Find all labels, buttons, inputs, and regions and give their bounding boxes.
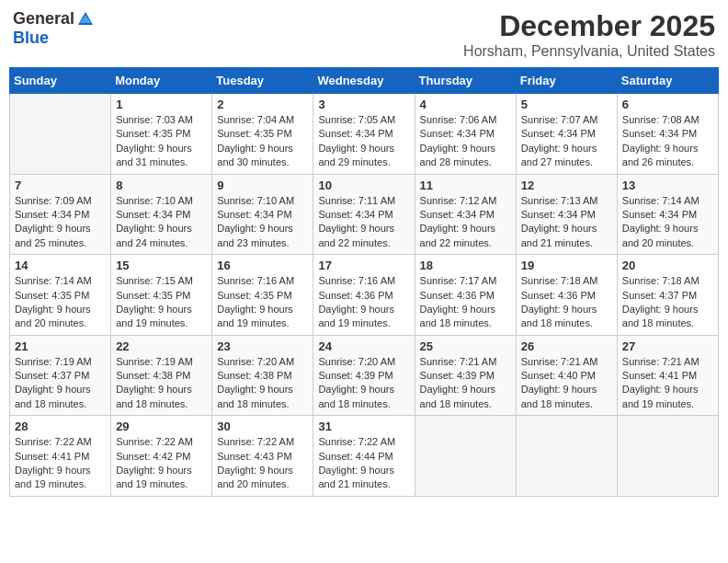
sunrise-text: Sunrise: 7:18 AM	[622, 275, 700, 286]
cell-content: Sunrise: 7:20 AMSunset: 4:39 PMDaylight:…	[318, 355, 409, 412]
day-number: 14	[15, 259, 106, 272]
day-header-thursday: Thursday	[415, 68, 516, 94]
calendar-week-row: 28Sunrise: 7:22 AMSunset: 4:41 PMDayligh…	[10, 416, 719, 497]
sunset-text: Sunset: 4:34 PM	[521, 128, 596, 139]
sunset-text: Sunset: 4:34 PM	[622, 128, 697, 139]
daylight-text: Daylight: 9 hours and 23 minutes.	[217, 223, 293, 247]
day-number: 19	[521, 259, 612, 272]
calendar-cell: 20Sunrise: 7:18 AMSunset: 4:37 PMDayligh…	[617, 255, 718, 336]
day-number: 24	[318, 339, 409, 353]
sunset-text: Sunset: 4:39 PM	[420, 370, 495, 381]
sunrise-text: Sunrise: 7:12 AM	[420, 195, 497, 206]
sunrise-text: Sunrise: 7:04 AM	[217, 114, 294, 125]
sunrise-text: Sunrise: 7:05 AM	[318, 114, 395, 125]
calendar-cell: 18Sunrise: 7:17 AMSunset: 4:36 PMDayligh…	[415, 255, 516, 336]
day-number: 21	[15, 339, 106, 353]
cell-content: Sunrise: 7:22 AMSunset: 4:42 PMDaylight:…	[116, 435, 207, 492]
calendar-cell	[516, 416, 617, 497]
cell-content: Sunrise: 7:13 AMSunset: 4:34 PMDaylight:…	[521, 194, 612, 251]
sunset-text: Sunset: 4:37 PM	[15, 370, 89, 381]
daylight-text: Daylight: 9 hours and 29 minutes.	[318, 143, 394, 167]
day-number: 22	[116, 339, 207, 353]
calendar-week-row: 21Sunrise: 7:19 AMSunset: 4:37 PMDayligh…	[10, 335, 719, 416]
daylight-text: Daylight: 9 hours and 20 minutes.	[15, 304, 91, 328]
sunrise-text: Sunrise: 7:09 AM	[15, 195, 92, 206]
sunrise-text: Sunrise: 7:13 AM	[521, 195, 598, 206]
day-number: 20	[622, 259, 713, 272]
daylight-text: Daylight: 9 hours and 19 minutes.	[622, 384, 699, 408]
daylight-text: Daylight: 9 hours and 18 minutes.	[15, 384, 91, 408]
calendar-cell: 19Sunrise: 7:18 AMSunset: 4:36 PMDayligh…	[516, 255, 617, 336]
sunrise-text: Sunrise: 7:14 AM	[622, 195, 700, 206]
sunset-text: Sunset: 4:35 PM	[15, 290, 89, 301]
daylight-text: Daylight: 9 hours and 18 minutes.	[521, 384, 597, 408]
day-number: 3	[318, 98, 409, 111]
day-number: 7	[15, 178, 106, 192]
sunrise-text: Sunrise: 7:10 AM	[217, 195, 294, 206]
day-number: 5	[521, 98, 612, 111]
sunset-text: Sunset: 4:36 PM	[521, 290, 596, 301]
cell-content: Sunrise: 7:16 AMSunset: 4:35 PMDaylight:…	[217, 274, 308, 331]
cell-content: Sunrise: 7:16 AMSunset: 4:36 PMDaylight:…	[318, 274, 409, 331]
daylight-text: Daylight: 9 hours and 27 minutes.	[521, 143, 597, 167]
day-number: 25	[420, 339, 511, 353]
day-header-tuesday: Tuesday	[212, 68, 313, 94]
sunset-text: Sunset: 4:38 PM	[217, 370, 291, 381]
calendar-cell: 29Sunrise: 7:22 AMSunset: 4:42 PMDayligh…	[111, 416, 212, 497]
sunset-text: Sunset: 4:34 PM	[15, 209, 89, 220]
day-header-friday: Friday	[516, 68, 617, 94]
cell-content: Sunrise: 7:21 AMSunset: 4:39 PMDaylight:…	[420, 355, 511, 412]
cell-content: Sunrise: 7:14 AMSunset: 4:34 PMDaylight:…	[622, 194, 713, 251]
calendar-cell: 17Sunrise: 7:16 AMSunset: 4:36 PMDayligh…	[313, 255, 415, 336]
daylight-text: Daylight: 9 hours and 18 minutes.	[318, 384, 394, 408]
cell-content: Sunrise: 7:12 AMSunset: 4:34 PMDaylight:…	[420, 194, 511, 251]
calendar-header-row: SundayMondayTuesdayWednesdayThursdayFrid…	[10, 68, 719, 94]
sunset-text: Sunset: 4:37 PM	[622, 290, 697, 301]
sunset-text: Sunset: 4:34 PM	[116, 209, 190, 220]
daylight-text: Daylight: 9 hours and 30 minutes.	[217, 143, 293, 167]
month-title: December 2025	[463, 9, 715, 43]
cell-content: Sunrise: 7:19 AMSunset: 4:37 PMDaylight:…	[15, 355, 106, 412]
day-number: 11	[420, 178, 511, 192]
daylight-text: Daylight: 9 hours and 22 minutes.	[420, 223, 496, 247]
day-number: 8	[116, 178, 207, 192]
sunset-text: Sunset: 4:34 PM	[420, 209, 495, 220]
daylight-text: Daylight: 9 hours and 20 minutes.	[622, 223, 699, 247]
daylight-text: Daylight: 9 hours and 19 minutes.	[116, 465, 192, 489]
day-number: 16	[217, 259, 308, 272]
sunrise-text: Sunrise: 7:22 AM	[217, 436, 294, 447]
calendar-cell: 3Sunrise: 7:05 AMSunset: 4:34 PMDaylight…	[313, 94, 415, 175]
day-header-wednesday: Wednesday	[313, 68, 415, 94]
sunset-text: Sunset: 4:41 PM	[622, 370, 697, 381]
sunset-text: Sunset: 4:41 PM	[15, 451, 89, 462]
sunrise-text: Sunrise: 7:19 AM	[116, 356, 193, 367]
logo-general: General	[13, 9, 74, 29]
cell-content: Sunrise: 7:07 AMSunset: 4:34 PMDaylight:…	[521, 113, 612, 170]
calendar-cell: 7Sunrise: 7:09 AMSunset: 4:34 PMDaylight…	[10, 174, 111, 255]
daylight-text: Daylight: 9 hours and 19 minutes.	[116, 304, 192, 328]
calendar-cell: 8Sunrise: 7:10 AMSunset: 4:34 PMDaylight…	[111, 174, 212, 255]
cell-content: Sunrise: 7:22 AMSunset: 4:41 PMDaylight:…	[15, 435, 106, 492]
day-number: 15	[116, 259, 207, 272]
calendar-cell: 25Sunrise: 7:21 AMSunset: 4:39 PMDayligh…	[415, 335, 516, 416]
day-header-sunday: Sunday	[10, 68, 111, 94]
calendar-cell: 23Sunrise: 7:20 AMSunset: 4:38 PMDayligh…	[212, 335, 313, 416]
cell-content: Sunrise: 7:03 AMSunset: 4:35 PMDaylight:…	[116, 113, 207, 170]
sunrise-text: Sunrise: 7:21 AM	[420, 356, 497, 367]
calendar-cell: 30Sunrise: 7:22 AMSunset: 4:43 PMDayligh…	[212, 416, 313, 497]
calendar-cell: 22Sunrise: 7:19 AMSunset: 4:38 PMDayligh…	[111, 335, 212, 416]
daylight-text: Daylight: 9 hours and 18 minutes.	[622, 304, 699, 328]
calendar-cell: 27Sunrise: 7:21 AMSunset: 4:41 PMDayligh…	[617, 335, 718, 416]
calendar-cell: 15Sunrise: 7:15 AMSunset: 4:35 PMDayligh…	[111, 255, 212, 336]
cell-content: Sunrise: 7:09 AMSunset: 4:34 PMDaylight:…	[15, 194, 106, 251]
sunrise-text: Sunrise: 7:11 AM	[318, 195, 395, 206]
calendar-cell: 2Sunrise: 7:04 AMSunset: 4:35 PMDaylight…	[212, 94, 313, 175]
sunset-text: Sunset: 4:39 PM	[318, 370, 392, 381]
day-number: 27	[622, 339, 713, 353]
calendar-week-row: 1Sunrise: 7:03 AMSunset: 4:35 PMDaylight…	[10, 94, 719, 175]
calendar-cell: 13Sunrise: 7:14 AMSunset: 4:34 PMDayligh…	[617, 174, 718, 255]
daylight-text: Daylight: 9 hours and 24 minutes.	[116, 223, 192, 247]
cell-content: Sunrise: 7:19 AMSunset: 4:38 PMDaylight:…	[116, 355, 207, 412]
cell-content: Sunrise: 7:06 AMSunset: 4:34 PMDaylight:…	[420, 113, 511, 170]
sunrise-text: Sunrise: 7:08 AM	[622, 114, 700, 125]
